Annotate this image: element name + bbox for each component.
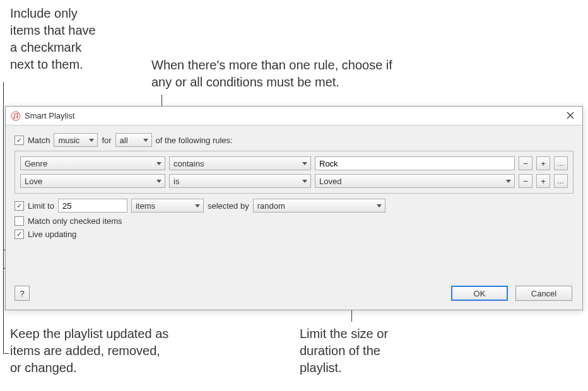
callout-line xyxy=(3,353,9,354)
limit-checkbox[interactable] xyxy=(15,201,24,211)
live-updating-label: Live updating xyxy=(28,230,76,239)
titlebar: Smart Playlist xyxy=(6,107,582,125)
annotation-conditions: When there's more than one rule, choose … xyxy=(151,57,448,91)
match-type-select[interactable]: music xyxy=(54,133,98,147)
help-label: ? xyxy=(20,289,24,298)
remove-rule-button[interactable]: − xyxy=(519,156,532,170)
rule-value: Loved xyxy=(319,177,341,186)
callout-line xyxy=(3,82,4,353)
match-type-value: music xyxy=(58,136,79,145)
add-rule-button[interactable]: + xyxy=(536,156,550,170)
rule-field-select[interactable]: Genre xyxy=(20,156,165,170)
rule-value-input[interactable] xyxy=(315,156,515,170)
svg-point-1 xyxy=(13,117,15,119)
conditions-value: all xyxy=(120,136,128,145)
match-label: Match xyxy=(28,136,50,145)
match-checked-row: Match only checked items xyxy=(15,216,573,226)
rule-value-select[interactable]: Loved xyxy=(315,174,515,188)
limit-unit-value: items xyxy=(136,201,155,211)
rules-suffix-label: of the following rules: xyxy=(156,136,233,145)
limit-unit-select[interactable]: items xyxy=(131,199,204,213)
close-icon xyxy=(567,112,574,119)
match-checked-label: Match only checked items xyxy=(28,216,122,226)
svg-point-2 xyxy=(16,116,18,118)
cancel-label: Cancel xyxy=(531,289,556,298)
rule-operator-select[interactable]: contains xyxy=(169,156,311,170)
limit-row: Limit to items selected by random xyxy=(15,199,573,213)
close-button[interactable] xyxy=(565,110,576,121)
rule-field-value: Love xyxy=(25,177,42,186)
ok-label: OK xyxy=(474,289,486,298)
add-rule-button[interactable]: + xyxy=(536,174,550,188)
rule-field-select[interactable]: Love xyxy=(20,174,165,188)
selected-by-select[interactable]: random xyxy=(253,199,385,213)
limit-label: Limit to xyxy=(28,201,54,211)
cancel-button[interactable]: Cancel xyxy=(515,286,572,301)
match-checked-checkbox[interactable] xyxy=(15,216,24,226)
itunes-icon xyxy=(11,111,21,121)
match-row: Match music for all of the following rul… xyxy=(15,133,573,147)
rule-row: Love is Loved − + … xyxy=(20,174,568,188)
rule-operator-value: contains xyxy=(173,159,204,168)
selected-by-label: selected by xyxy=(208,201,249,211)
rule-operator-select[interactable]: is xyxy=(169,174,311,188)
annotation-limit: Limit the size or duration of the playli… xyxy=(300,325,426,376)
rules-container: Genre contains − + … Love is Loved xyxy=(15,151,573,194)
rule-operator-value: is xyxy=(173,177,179,186)
smart-playlist-dialog: Smart Playlist Match music for all of th… xyxy=(5,106,583,310)
limit-count-input[interactable] xyxy=(58,199,127,213)
live-updating-row: Live updating xyxy=(15,230,573,239)
ok-button[interactable]: OK xyxy=(451,286,508,301)
rule-row: Genre contains − + … xyxy=(20,156,568,170)
dialog-title: Smart Playlist xyxy=(25,111,74,120)
live-updating-checkbox[interactable] xyxy=(15,230,24,239)
match-checkbox[interactable] xyxy=(15,136,24,145)
annotation-checkmark: Include only items that have a checkmark… xyxy=(10,5,130,73)
rule-options-button[interactable]: … xyxy=(554,174,568,188)
selected-by-value: random xyxy=(257,201,285,211)
for-label: for xyxy=(102,136,111,145)
svg-point-0 xyxy=(11,112,20,120)
dialog-content: Match music for all of the following rul… xyxy=(6,125,582,250)
rule-options-button[interactable]: … xyxy=(554,156,568,170)
footer-buttons: OK Cancel xyxy=(451,286,572,301)
remove-rule-button[interactable]: − xyxy=(519,174,532,188)
help-button[interactable]: ? xyxy=(15,286,30,301)
annotation-live-updating: Keep the playlist updated as items are a… xyxy=(10,325,206,376)
conditions-select[interactable]: all xyxy=(115,133,152,147)
rule-field-value: Genre xyxy=(25,159,47,168)
